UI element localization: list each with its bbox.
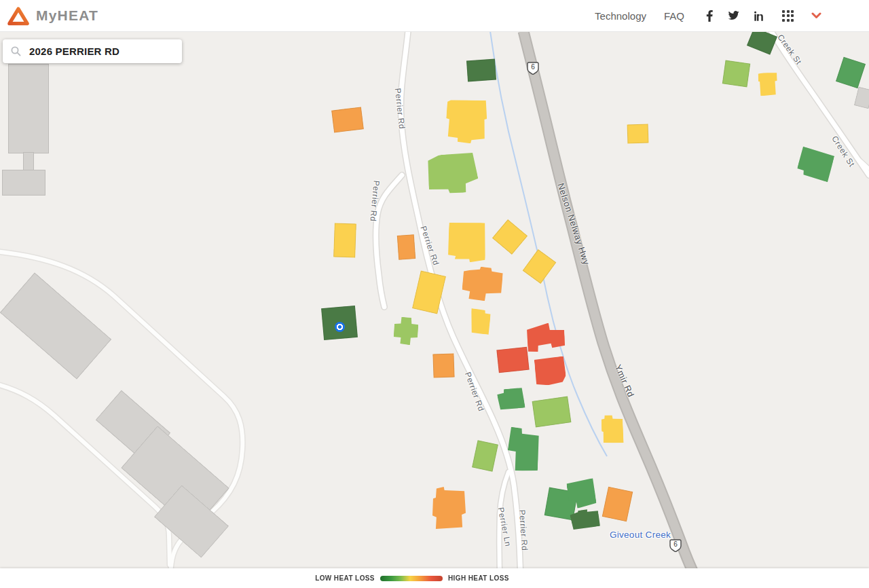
building-heat-level-4[interactable] bbox=[333, 223, 356, 257]
app-header: MyHEAT Technology FAQ bbox=[0, 0, 869, 32]
building-heat-level-4[interactable] bbox=[758, 73, 777, 96]
highway-shield: 6 bbox=[527, 62, 539, 75]
nav-faq[interactable]: FAQ bbox=[664, 10, 684, 22]
building-untagged bbox=[2, 170, 45, 196]
building-heat-level-1[interactable] bbox=[466, 59, 496, 82]
map-canvas[interactable]: Perrier RdPerrier RdPerrier RdPerrier Rd… bbox=[0, 0, 869, 588]
building-heat-level-4[interactable] bbox=[627, 124, 649, 143]
chevron-down-icon[interactable] bbox=[811, 12, 821, 19]
building-heat-level-3[interactable] bbox=[722, 60, 751, 88]
heat-loss-legend: LOW HEAT LOSS HIGH HEAT LOSS bbox=[0, 568, 869, 588]
linkedin-icon[interactable] bbox=[754, 11, 764, 21]
selected-location-marker bbox=[335, 322, 345, 332]
myheat-logo[interactable]: MyHEAT bbox=[0, 5, 98, 26]
building-heat-level-5[interactable] bbox=[432, 487, 466, 529]
building-heat-level-5[interactable] bbox=[432, 353, 454, 378]
search-box[interactable] bbox=[3, 39, 182, 63]
building-heat-level-5[interactable] bbox=[331, 107, 364, 132]
search-input[interactable] bbox=[28, 45, 166, 58]
water-label: Giveout Creek bbox=[610, 530, 671, 540]
building-untagged bbox=[8, 64, 49, 153]
apps-grid-icon[interactable] bbox=[782, 10, 794, 22]
heat-gradient-bar bbox=[380, 576, 443, 581]
nav-technology[interactable]: Technology bbox=[595, 10, 646, 22]
building-heat-level-3[interactable] bbox=[532, 397, 572, 428]
social-links bbox=[706, 10, 764, 22]
header-nav: Technology FAQ bbox=[595, 10, 821, 22]
myheat-logo-icon bbox=[7, 5, 30, 26]
building-heat-level-6[interactable] bbox=[534, 356, 567, 386]
search-icon bbox=[11, 46, 21, 56]
building-heat-level-6[interactable] bbox=[496, 347, 529, 373]
twitter-icon[interactable] bbox=[728, 11, 739, 20]
brand-name: MyHEAT bbox=[36, 7, 98, 24]
legend-high-label: HIGH HEAT LOSS bbox=[448, 574, 509, 582]
building-heat-level-5[interactable] bbox=[397, 234, 415, 260]
highway-shield: 6 bbox=[669, 539, 682, 553]
facebook-icon[interactable] bbox=[706, 10, 713, 22]
legend-low-label: LOW HEAT LOSS bbox=[315, 574, 375, 582]
